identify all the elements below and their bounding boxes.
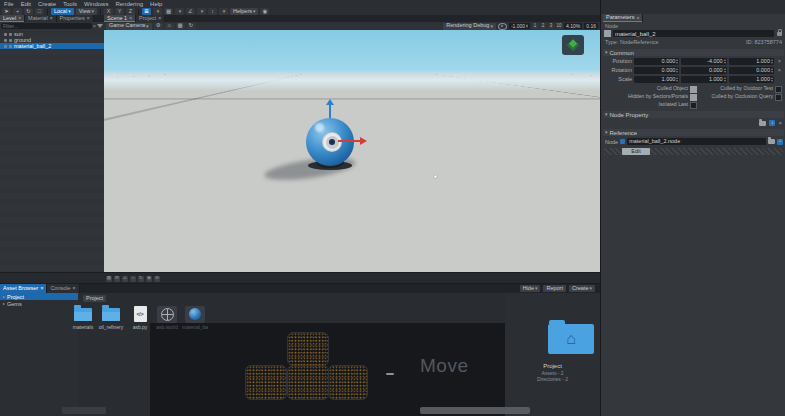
move-gizmo-z-arrowhead[interactable]	[326, 99, 334, 105]
visibility-eye-icon[interactable]	[4, 45, 7, 48]
camera-speed-field[interactable]: -1.000	[509, 23, 530, 29]
scale-snap-icon[interactable]: ↕	[208, 8, 217, 15]
rotate-tool-icon[interactable]: ↻	[24, 8, 33, 15]
zoom-field[interactable]: 4.10%	[564, 23, 582, 29]
asset-tree-project[interactable]: ▸Project	[0, 293, 78, 300]
scale-y-field[interactable]: 1.000	[681, 76, 726, 83]
orientation-gizmo[interactable]	[562, 35, 584, 55]
visibility-eye-icon[interactable]	[4, 33, 7, 36]
position-y-field[interactable]: -4.000	[681, 58, 726, 65]
speed-preset-3[interactable]: 3	[548, 23, 554, 29]
snap-options-dropdown[interactable]	[153, 8, 162, 15]
snap-toggle-icon[interactable]: ⊞	[114, 276, 120, 282]
flag-culled-outdoor-test[interactable]: Culled by Outdoor Test	[701, 86, 782, 92]
reset-position-icon[interactable]: ×	[776, 58, 783, 65]
scale-z-field[interactable]: 1.000	[729, 76, 774, 83]
angle-snap-icon[interactable]: ∠	[186, 8, 195, 15]
reset-rotation-icon[interactable]: ×	[776, 67, 783, 74]
tab-level[interactable]: Level×	[0, 15, 25, 22]
tab-properties[interactable]: Properties×	[57, 15, 94, 22]
clear-filter-icon[interactable]: ×	[93, 24, 96, 29]
settings-gear-icon[interactable]: ⚙	[154, 276, 160, 282]
move-gizmo-x-axis[interactable]	[338, 140, 360, 142]
refresh-toggle-icon[interactable]: ↻	[138, 276, 144, 282]
outliner-filter-input[interactable]	[1, 23, 92, 29]
create-button[interactable]: Create	[569, 285, 595, 292]
lock-icon[interactable]	[777, 32, 782, 36]
sync-icon[interactable]: ↓	[769, 120, 775, 126]
scale-x-field[interactable]: 1.000	[634, 76, 679, 83]
move-tool-icon[interactable]: +	[13, 8, 22, 15]
report-button[interactable]: Report	[543, 285, 566, 292]
select-tool-icon[interactable]: ➤	[2, 8, 11, 15]
view-mode-dropdown[interactable]: View	[76, 8, 97, 15]
lock-icon[interactable]	[9, 39, 12, 42]
grid-icon[interactable]: ▦	[176, 23, 185, 30]
viewport-scene[interactable]	[104, 30, 600, 272]
grid-snap-dropdown[interactable]	[175, 8, 184, 15]
flag-hidden-by-sectors[interactable]: Hidden by Sectors/Portals	[605, 94, 697, 100]
space-mode-dropdown[interactable]: Local	[51, 8, 74, 15]
move-gizmo-x-arrowhead[interactable]	[360, 137, 367, 145]
lock-icon[interactable]	[9, 45, 12, 48]
gear-icon[interactable]: ⚙	[154, 23, 163, 30]
scale-snap-dropdown[interactable]	[219, 8, 228, 15]
axis-x-button[interactable]: X	[104, 8, 113, 15]
section-node-property[interactable]: Node Property	[603, 111, 784, 118]
flag-culled-occlusion-query[interactable]: Culled by Occlusion Query	[701, 94, 782, 100]
home-icon[interactable]: ⌂	[165, 23, 174, 30]
section-common[interactable]: Common	[603, 49, 784, 56]
menu-help[interactable]: Help	[150, 1, 162, 7]
position-z-field[interactable]: 1.000	[729, 58, 774, 65]
rendering-debug-dropdown[interactable]: Rendering Debug	[443, 23, 496, 30]
browse-folder-icon[interactable]	[768, 139, 775, 144]
folder-icon[interactable]	[759, 121, 766, 126]
axis-y-button[interactable]: Y	[115, 8, 124, 15]
refresh-icon[interactable]: ↻	[187, 23, 196, 30]
lock-icon[interactable]	[9, 33, 12, 36]
visibility-eye-icon[interactable]	[4, 39, 7, 42]
camera-dropdown[interactable]: Game Camera	[106, 23, 152, 30]
enabled-checkbox[interactable]	[604, 30, 611, 37]
menu-create[interactable]: Create	[38, 1, 56, 7]
tab-parameters[interactable]: Parameters×	[603, 14, 643, 22]
menu-windows[interactable]: Windows	[84, 1, 108, 7]
flag-isolated-last[interactable]: Isolated Last	[605, 102, 697, 108]
angle-toggle-icon[interactable]: ∠	[122, 276, 128, 282]
rotation-z-field[interactable]: 0.000	[729, 67, 774, 74]
display-toggle-icon[interactable]: ◉	[146, 276, 152, 282]
angle-snap-dropdown[interactable]	[197, 8, 206, 15]
menu-tools[interactable]: Tools	[63, 1, 77, 7]
breadcrumb[interactable]: Project	[83, 295, 106, 302]
menu-file[interactable]: File	[4, 1, 14, 7]
tab-asset-browser[interactable]: Asset Browser×	[0, 284, 47, 293]
section-reference[interactable]: Reference	[603, 129, 784, 136]
entity-name-input[interactable]: material_ball_2	[613, 30, 774, 37]
menu-rendering[interactable]: Rendering	[115, 1, 143, 7]
asset-tile-oil-refinery[interactable]: oil_refinery	[98, 305, 124, 330]
display-toggle-icon[interactable]: ◉	[260, 8, 269, 15]
grid-toggle-icon[interactable]: ▦	[106, 276, 112, 282]
helpers-dropdown[interactable]: Helpers	[230, 8, 258, 15]
scale-tool-icon[interactable]: □	[35, 8, 44, 15]
move-gizmo-z-axis[interactable]	[329, 104, 331, 118]
rotation-y-field[interactable]: 0.000	[681, 67, 726, 74]
subtab-node[interactable]: Node	[605, 23, 618, 29]
eye-icon[interactable]	[498, 23, 507, 30]
rotation-x-field[interactable]: 0.000	[634, 67, 679, 74]
hide-button[interactable]: Hide	[520, 285, 541, 292]
node-reference-field[interactable]: material_ball_2.node	[627, 138, 766, 145]
tab-scene-1[interactable]: Scene 1×	[104, 15, 136, 22]
position-x-field[interactable]: 0.000	[634, 58, 679, 65]
speed-preset-10[interactable]: 10	[556, 23, 562, 29]
grid-snap-icon[interactable]: ▦	[164, 8, 173, 15]
close-icon[interactable]: ×	[778, 120, 782, 126]
edit-button[interactable]: Edit	[622, 148, 650, 155]
flag-culled-object[interactable]: Culled Object	[605, 86, 697, 92]
asset-tile-materials[interactable]: materials	[70, 305, 96, 330]
tab-console[interactable]: Console×	[47, 284, 79, 293]
outliner-item-material-ball[interactable]: material_ball_2	[0, 43, 104, 49]
filter-funnel-icon[interactable]	[97, 24, 103, 28]
speed-preset-2[interactable]: 2	[540, 23, 546, 29]
asset-tree-gems[interactable]: ▸Gems	[0, 300, 78, 307]
